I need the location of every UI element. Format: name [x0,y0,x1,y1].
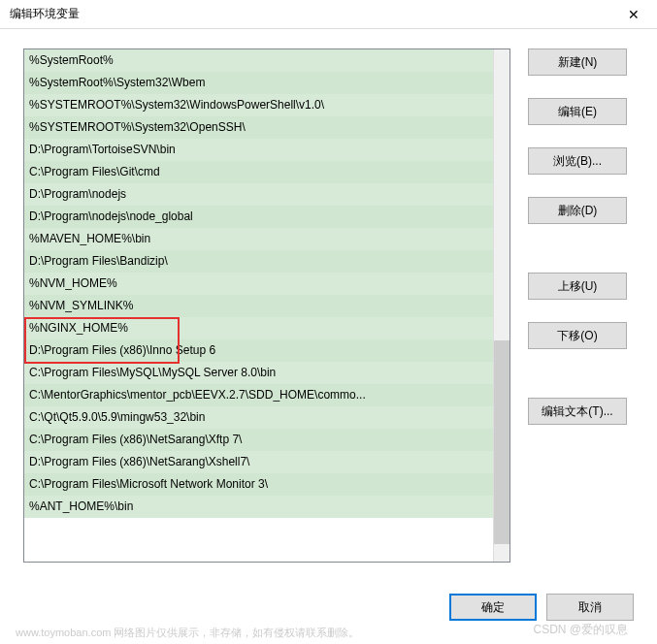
list-item[interactable]: %SystemRoot%\System32\Wbem [24,72,493,94]
list-item[interactable]: D:\Program\TortoiseSVN\bin [24,139,493,161]
list-item[interactable]: %SystemRoot% [24,49,493,72]
button-column: 新建(N) 编辑(E) 浏览(B)... 删除(D) 上移(U) 下移(O) 编… [528,48,627,563]
list-item[interactable]: D:\Program Files\Bandizip\ [24,250,493,273]
scrollbar-thumb[interactable] [494,340,509,544]
list-item[interactable]: D:\Program Files (x86)\NetSarang\Xshell7… [24,451,493,473]
list-item[interactable]: %ANT_HOME%\bin [24,496,493,518]
edit-text-button[interactable]: 编辑文本(T)... [528,398,627,425]
list-item[interactable]: %NVM_SYMLINK% [24,295,493,317]
list-item[interactable]: C:\Program Files\Git\cmd [24,161,493,183]
list-item[interactable]: C:\Qt\Qt5.9.0\5.9\mingw53_32\bin [24,406,493,429]
scrollbar[interactable] [493,49,509,562]
path-list[interactable]: %SystemRoot%%SystemRoot%\System32\Wbem%S… [23,48,510,563]
list-item[interactable]: %NGINX_HOME% [24,317,493,339]
list-item[interactable]: %SYSTEMROOT%\System32\WindowsPowerShell\… [24,94,493,116]
content-area: %SystemRoot%%SystemRoot%\System32\Wbem%S… [0,29,657,563]
window-title: 编辑环境变量 [10,6,620,22]
cancel-button[interactable]: 取消 [546,594,634,621]
move-down-button[interactable]: 下移(O) [528,322,627,349]
ok-button[interactable]: 确定 [449,594,537,621]
list-item[interactable]: C:\Program Files\MySQL\MySQL Server 8.0\… [24,362,493,384]
watermark-left: www.toymoban.com 网络图片仅供展示，非存储，如有侵权请联系删除。 [16,626,359,640]
list-item[interactable]: %MAVEN_HOME%\bin [24,228,493,250]
close-icon[interactable]: ✕ [620,3,647,26]
list-item[interactable]: C:\Program Files\Microsoft Network Monit… [24,473,493,496]
list-item[interactable]: D:\Program Files (x86)\Inno Setup 6 [24,339,493,362]
list-item[interactable]: C:\MentorGraphics\mentor_pcb\EEVX.2.7\SD… [24,384,493,406]
list-item[interactable]: %SYSTEMROOT%\System32\OpenSSH\ [24,116,493,139]
new-button[interactable]: 新建(N) [528,48,627,76]
footer-buttons: 确定 取消 [449,594,634,621]
titlebar: 编辑环境变量 ✕ [0,0,657,29]
move-up-button[interactable]: 上移(U) [528,273,627,300]
watermark-right: CSDN @爱的叹息 [533,622,628,638]
delete-button[interactable]: 删除(D) [528,197,627,224]
browse-button[interactable]: 浏览(B)... [528,147,627,175]
list-item[interactable]: D:\Program\nodejs\node_global [24,206,493,228]
list-item[interactable]: C:\Program Files (x86)\NetSarang\Xftp 7\ [24,429,493,451]
edit-button[interactable]: 编辑(E) [528,98,627,125]
list-item[interactable]: D:\Program\nodejs [24,183,493,206]
list-item[interactable]: %NVM_HOME% [24,273,493,295]
